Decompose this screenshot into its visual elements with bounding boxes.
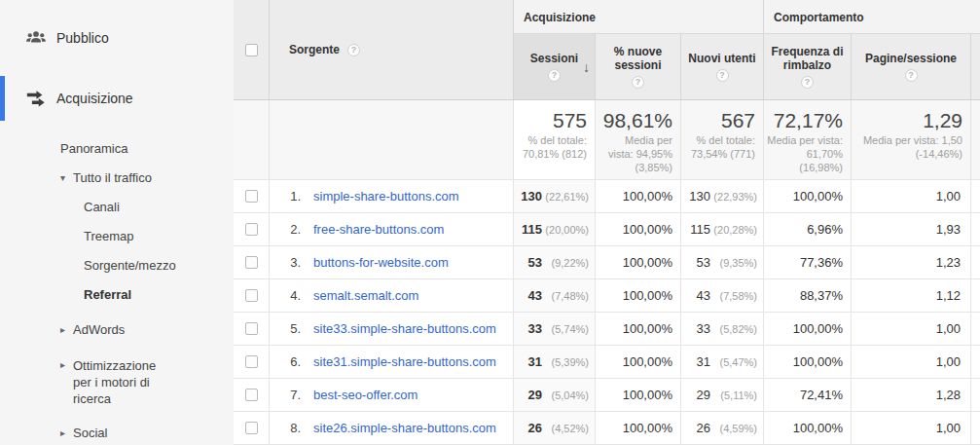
select-all-checkbox[interactable]	[245, 44, 258, 56]
metric-group-row: Acquisizione Comportamento	[514, 0, 980, 34]
column-label: Frequenza di rimbalzo	[768, 45, 847, 72]
summary-value: 575	[516, 108, 587, 132]
new-users-cell: 43 (7,58%)	[681, 279, 764, 312]
pages-session-cell: 1,23	[852, 246, 971, 278]
sort-descending-icon[interactable]: ↓	[583, 60, 590, 74]
row-rank: 2.	[270, 222, 301, 237]
source-link[interactable]: site26.simple-share-buttons.com	[313, 421, 496, 435]
expander-right-icon[interactable]: ▸	[60, 419, 73, 445]
help-icon[interactable]: ?	[801, 76, 814, 89]
pages-session-cell: 1,00	[852, 313, 971, 345]
summary-note: Media per vista: 61,70% (16,98%)	[766, 133, 843, 174]
row-clipped-cell	[971, 279, 980, 312]
sessions-value: 26	[528, 421, 542, 435]
sidebar-item-seo[interactable]: ▸ Ottimizzazione per i motori di ricerca	[0, 351, 234, 413]
source-link[interactable]: free-share-buttons.com	[313, 222, 444, 237]
row-checkbox-cell	[234, 279, 270, 312]
sidebar-item-tutto-il-traffico[interactable]: ▾ Tutto il traffico	[0, 164, 234, 193]
sidebar-item-panoramica[interactable]: Panoramica	[0, 134, 234, 164]
row-clipped-cell	[971, 412, 980, 444]
column-header-new-users[interactable]: Nuovi utenti ?	[681, 34, 764, 99]
sidebar-item-label: AdWords	[73, 315, 234, 345]
row-checkbox[interactable]	[245, 322, 258, 335]
row-rank: 4.	[270, 288, 301, 303]
source-link[interactable]: buttons-for-website.com	[313, 255, 449, 270]
column-label: Pagine/sessione	[865, 52, 957, 65]
source-link[interactable]: best-seo-offer.com	[313, 388, 417, 402]
new-sessions-cell: 100,00%	[596, 313, 681, 345]
row-rank: 5.	[270, 321, 301, 336]
new-users-percent: (7,58%)	[710, 290, 757, 302]
new-users-percent: (9,35%)	[710, 257, 757, 269]
bounce-rate-cell: 6,96%	[764, 213, 852, 245]
row-checkbox[interactable]	[245, 355, 258, 368]
column-header-source[interactable]: Sorgente ?	[270, 0, 514, 99]
summary-source-spacer	[270, 100, 514, 179]
sidebar-item-pubblico[interactable]: Pubblico	[0, 23, 234, 53]
new-sessions-cell: 100,00%	[596, 379, 681, 411]
row-rank: 3.	[270, 255, 301, 270]
table-body: 1. simple-share-buttons.com 130 (22,61%)…	[234, 180, 980, 445]
sidebar-item-social[interactable]: ▸ Social	[0, 419, 234, 445]
sidebar-item-referral-selected[interactable]: Referral	[0, 280, 234, 310]
new-users-cell: 33 (5,82%)	[681, 313, 764, 345]
new-users-cell: 53 (9,35%)	[681, 246, 764, 278]
new-users-percent: (4,59%)	[710, 423, 757, 434]
help-icon[interactable]: ?	[716, 69, 729, 82]
column-header-new-sessions[interactable]: % nuove sessioni ?	[596, 34, 681, 99]
new-sessions-cell: 100,00%	[596, 279, 681, 312]
new-sessions-cell: 100,00%	[596, 412, 681, 444]
pages-session-cell: 1,12	[852, 279, 971, 312]
row-checkbox[interactable]	[245, 256, 258, 269]
sessions-cell: 43 (7,48%)	[514, 279, 596, 312]
help-icon[interactable]: ?	[632, 76, 644, 89]
column-header-bounce-rate[interactable]: Frequenza di rimbalzo ?	[764, 34, 852, 99]
source-link[interactable]: simple-share-buttons.com	[313, 189, 459, 204]
help-icon[interactable]: ?	[905, 69, 918, 82]
sidebar-item-acquisizione[interactable]: Acquisizione	[0, 76, 234, 121]
sessions-value: 43	[528, 288, 542, 303]
source-link[interactable]: site33.simple-share-buttons.com	[313, 321, 496, 336]
expander-right-icon[interactable]: ▸	[60, 351, 73, 413]
audience-people-icon	[24, 26, 48, 50]
column-header-pages-session[interactable]: Pagine/sessione ?	[852, 34, 971, 99]
source-link[interactable]: semalt.semalt.com	[313, 288, 418, 303]
row-checkbox[interactable]	[245, 422, 258, 434]
expander-down-icon[interactable]: ▾	[60, 164, 73, 193]
summary-sessions: 575 % del totale: 70,81% (812)	[514, 100, 596, 179]
summary-clipped-cell	[971, 100, 980, 179]
row-checkbox[interactable]	[245, 289, 258, 302]
pages-session-cell: 1,28	[852, 379, 971, 411]
row-checkbox[interactable]	[245, 389, 258, 401]
sessions-value: 29	[528, 388, 542, 402]
row-clipped-cell	[971, 346, 980, 378]
table-row: 3. buttons-for-website.com 53 (9,22%) 10…	[234, 246, 980, 279]
sessions-cell: 29 (5,04%)	[514, 379, 596, 411]
sidebar-item-sorgente-mezzo[interactable]: Sorgente/mezzo	[0, 251, 234, 280]
sidebar-item-treemap[interactable]: Treemap	[0, 222, 234, 251]
bounce-rate-cell: 72,41%	[764, 379, 852, 411]
row-checkbox[interactable]	[245, 190, 258, 203]
source-cell: 2. free-share-buttons.com	[270, 213, 514, 245]
new-users-cell: 31 (5,47%)	[681, 346, 764, 378]
new-users-percent: (5,11%)	[710, 389, 757, 401]
table-row: 5. site33.simple-share-buttons.com 33 (5…	[234, 313, 980, 346]
sidebar-item-label: Pubblico	[56, 30, 109, 46]
sessions-percent: (5,74%)	[542, 323, 589, 335]
source-cell: 8. site26.simple-share-buttons.com	[270, 412, 514, 444]
sidebar-item-label: Ottimizzazione per i motori di ricerca	[73, 351, 234, 413]
column-header-sessions[interactable]: Sessioni ? ↓	[514, 34, 596, 99]
bounce-rate-cell: 100,00%	[764, 346, 852, 378]
new-users-percent: (20,28%)	[710, 224, 757, 236]
summary-value: 72,17%	[766, 108, 843, 132]
expander-right-icon[interactable]: ▸	[60, 315, 73, 345]
help-icon[interactable]: ?	[347, 44, 360, 56]
source-link[interactable]: site31.simple-share-buttons.com	[313, 354, 496, 369]
row-checkbox[interactable]	[245, 223, 258, 236]
table-row: 8. site26.simple-share-buttons.com 26 (4…	[234, 412, 980, 445]
new-users-percent: (5,47%)	[710, 356, 757, 368]
sidebar-item-adwords[interactable]: ▸ AdWords	[0, 315, 234, 345]
summary-note: Media per vista: 94,95% (3,85%)	[598, 133, 672, 174]
sidebar-item-canali[interactable]: Canali	[0, 193, 234, 222]
help-icon[interactable]: ?	[548, 69, 561, 82]
